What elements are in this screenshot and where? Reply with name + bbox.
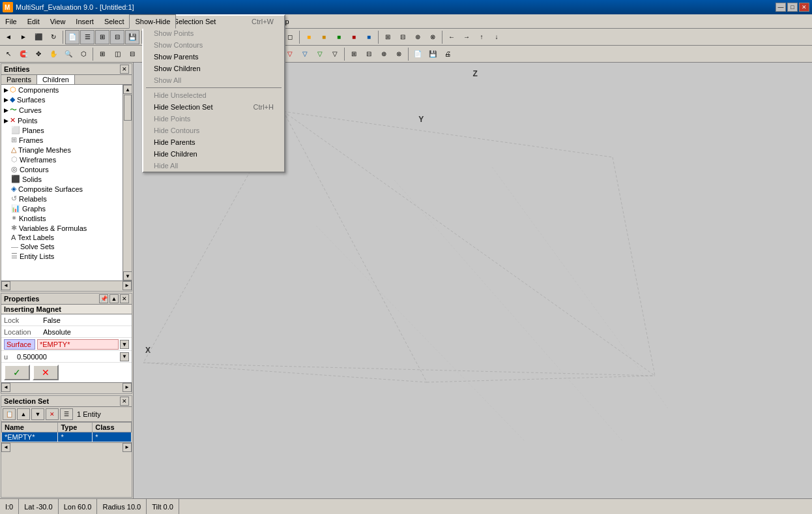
- entity-text-labels[interactable]: A Text Labels: [1, 233, 123, 242]
- tb-arrow-up[interactable]: ↑: [474, 30, 489, 44]
- entity-composite-surfaces[interactable]: ◈ Composite Surfaces: [1, 184, 123, 194]
- tb2-v1[interactable]: ⊞: [95, 47, 109, 61]
- menu-insert[interactable]: Insert: [70, 14, 99, 29]
- props-hscroll-left[interactable]: ◄: [1, 383, 10, 392]
- menu-edit[interactable]: Edit: [22, 14, 45, 29]
- tb-more3[interactable]: ⊕: [411, 30, 425, 44]
- prop-ok-button[interactable]: ✓: [4, 365, 30, 380]
- menu-select[interactable]: Select: [99, 14, 130, 29]
- tb-grid[interactable]: ⊞: [95, 30, 109, 44]
- entity-solids[interactable]: ⬛ Solids: [1, 174, 123, 184]
- tb2-print[interactable]: 🖨: [441, 47, 455, 61]
- tb2-magnet[interactable]: 🧲: [16, 47, 31, 61]
- entity-relabels[interactable]: ↺ Relabels: [1, 194, 123, 204]
- menu-file[interactable]: File: [0, 14, 22, 29]
- tb2-extra2[interactable]: ⊟: [362, 47, 376, 61]
- tb-more2[interactable]: ⊟: [396, 30, 410, 44]
- entity-frames[interactable]: ⊞ Frames: [1, 135, 123, 145]
- tb2-v2[interactable]: ◫: [110, 47, 124, 61]
- tb2-extra3[interactable]: ⊕: [377, 47, 391, 61]
- properties-scroll-up[interactable]: ▲: [109, 294, 119, 303]
- entity-points[interactable]: ▶ ✕ Points: [1, 115, 123, 125]
- tb2-move[interactable]: ✥: [31, 47, 46, 61]
- menu-view[interactable]: View: [45, 14, 71, 29]
- entity-solve-sets[interactable]: — Solve Sets: [1, 242, 123, 251]
- selset-up[interactable]: ▲: [17, 408, 30, 420]
- tb-new[interactable]: 📄: [65, 30, 80, 44]
- tb2-filter6[interactable]: ▽: [328, 47, 342, 61]
- menu-item-show-parents[interactable]: Show Parents: [143, 51, 284, 63]
- props-hscroll-right[interactable]: ►: [123, 383, 132, 392]
- tb2-wireframe[interactable]: ⬡: [76, 47, 91, 61]
- menu-show-hide[interactable]: Show-Hide: [129, 14, 176, 29]
- tb2-save2[interactable]: 💾: [426, 47, 440, 61]
- tb-back[interactable]: ◄: [1, 30, 16, 44]
- scroll-up-button[interactable]: ▲: [123, 85, 132, 94]
- tb-save[interactable]: 💾: [125, 30, 139, 44]
- entity-triangle-meshes[interactable]: △ Triangle Meshes: [1, 145, 123, 155]
- menu-item-hide-children[interactable]: Hide Children: [143, 148, 284, 160]
- tb-color1[interactable]: ■: [302, 30, 316, 44]
- tb2-doc[interactable]: 📄: [411, 47, 425, 61]
- selection-set-close[interactable]: ✕: [120, 397, 129, 406]
- tb-stop[interactable]: ⬛: [31, 30, 46, 44]
- tb2-filter4[interactable]: ▽: [298, 47, 312, 61]
- tb-forward[interactable]: ►: [16, 30, 31, 44]
- entity-variables[interactable]: ✱ Variables & Formulas: [1, 223, 123, 233]
- selset-down[interactable]: ▼: [31, 408, 44, 420]
- tab-parents[interactable]: Parents: [1, 75, 37, 84]
- tb2-extra1[interactable]: ⊞: [347, 47, 361, 61]
- tb2-cursor[interactable]: ↖: [1, 47, 16, 61]
- maximize-button[interactable]: □: [787, 3, 798, 12]
- tab-children[interactable]: Children: [37, 75, 75, 84]
- scroll-thumb[interactable]: [124, 95, 132, 121]
- close-button[interactable]: ✕: [799, 3, 809, 12]
- tb2-extra4[interactable]: ⊗: [392, 47, 406, 61]
- tb-more1[interactable]: ⊞: [381, 30, 395, 44]
- minimize-button[interactable]: —: [776, 3, 786, 12]
- entity-wireframes[interactable]: ⬡ Wireframes: [1, 155, 123, 164]
- properties-pin[interactable]: 📌: [99, 294, 108, 303]
- entity-planes[interactable]: ⬜ Planes: [1, 125, 123, 135]
- menu-item-hide-parents[interactable]: Hide Parents: [143, 136, 284, 148]
- scroll-down-button[interactable]: ▼: [123, 271, 132, 280]
- entity-curves[interactable]: ▶ 〜 Curves: [1, 104, 123, 115]
- prop-surface-button[interactable]: ▼: [120, 340, 129, 349]
- tb-arrow-right[interactable]: →: [459, 30, 474, 44]
- properties-panel-close[interactable]: ✕: [120, 294, 129, 303]
- selset-delete[interactable]: ✕: [46, 408, 59, 420]
- entity-graphs[interactable]: 📊 Graphs: [1, 204, 123, 213]
- entity-knotlists[interactable]: ⁕ Knotlists: [1, 213, 123, 223]
- tb-color2[interactable]: ■: [317, 30, 331, 44]
- selset-hscroll-left[interactable]: ◄: [1, 443, 10, 452]
- selset-hscroll-right[interactable]: ►: [123, 443, 132, 452]
- table-row[interactable]: *EMPTY* * *: [2, 432, 132, 442]
- tb-refresh[interactable]: ↻: [46, 30, 61, 44]
- menu-item-hide-selection-set[interactable]: Hide Selection Set Ctrl+H: [143, 101, 284, 113]
- entity-surfaces[interactable]: ▶ ◆ Surfaces: [1, 95, 123, 104]
- tb-list[interactable]: ☰: [80, 30, 94, 44]
- entity-components[interactable]: ▶ ⬡ Components: [1, 85, 123, 95]
- tb-arrow-down[interactable]: ↓: [489, 30, 504, 44]
- prop-u-scroll-down[interactable]: ▼: [120, 352, 129, 361]
- entity-entity-lists[interactable]: ☰ Entity Lists: [1, 251, 123, 261]
- hscroll-left[interactable]: ◄: [1, 281, 10, 290]
- tb-color5[interactable]: ■: [362, 30, 376, 44]
- menu-item-show-children[interactable]: Show Children: [143, 63, 284, 74]
- hscroll-right[interactable]: ►: [123, 281, 132, 290]
- selset-new[interactable]: 📋: [3, 408, 16, 420]
- entity-contours[interactable]: ◎ Contours: [1, 164, 123, 174]
- tb-color4[interactable]: ■: [347, 30, 361, 44]
- selset-filter[interactable]: ☰: [60, 408, 73, 420]
- tb2-filter5[interactable]: ▽: [313, 47, 327, 61]
- entities-panel-close[interactable]: ✕: [120, 65, 129, 74]
- prop-cancel-button[interactable]: ✕: [33, 365, 59, 380]
- prop-surface-value[interactable]: *EMPTY*: [37, 339, 119, 350]
- tb-more4[interactable]: ⊗: [426, 30, 440, 44]
- prop-surface-label[interactable]: Surface: [4, 339, 35, 350]
- tb-arrow-left[interactable]: ←: [444, 30, 459, 44]
- tb2-v3[interactable]: ⊟: [125, 47, 139, 61]
- tb2-pan[interactable]: ✋: [46, 47, 61, 61]
- tb-columns[interactable]: ⊟: [110, 30, 124, 44]
- tb2-zoom-rect[interactable]: 🔍: [61, 47, 76, 61]
